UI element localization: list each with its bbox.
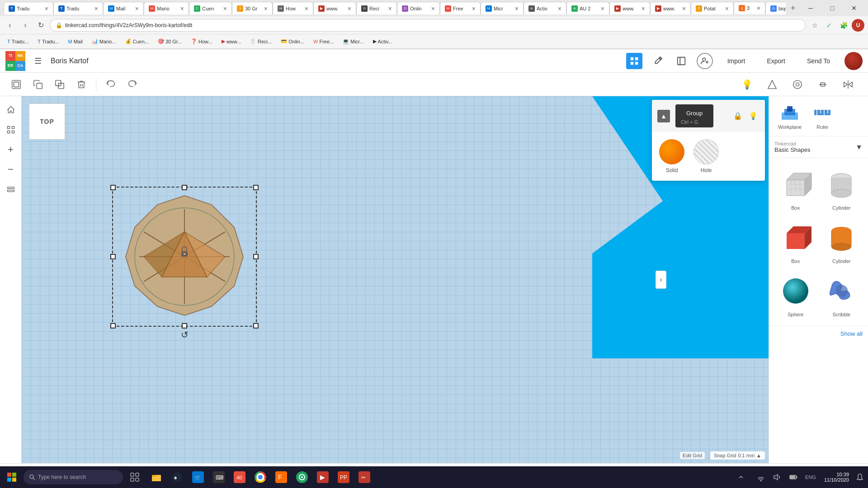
tab-4[interactable]: M Mario × (144, 2, 189, 14)
fit-view-button[interactable] (3, 122, 19, 138)
tab-close-active[interactable]: × (757, 5, 760, 12)
rotate-handle[interactable]: ↺ (181, 329, 189, 340)
home-view-button[interactable] (3, 102, 19, 118)
taskbar-explorer[interactable] (146, 467, 166, 487)
bookmark-3[interactable]: M Mail (64, 36, 86, 47)
tray-volume[interactable] (771, 467, 783, 487)
tab-close[interactable]: × (180, 5, 184, 12)
taskbar-app5[interactable]: 40 (230, 467, 250, 487)
tab-close[interactable]: × (558, 5, 561, 12)
taskbar-search[interactable]: Type here to search (24, 470, 123, 484)
taskbar-time[interactable]: 10:39 11/10/2020 (821, 472, 852, 483)
align-icon[interactable] (814, 75, 832, 94)
add-user-button[interactable] (697, 53, 713, 69)
group-up-button[interactable]: ▲ (657, 110, 670, 122)
tab-close[interactable]: × (223, 5, 227, 12)
tab-close[interactable]: × (725, 5, 729, 12)
undo-button[interactable] (102, 75, 120, 94)
language-indicator[interactable]: ENG (803, 474, 818, 480)
tab-11[interactable]: W Free × (440, 2, 481, 14)
bookmark-9[interactable]: 🍴 Reci... (246, 36, 275, 47)
tray-battery[interactable] (787, 467, 800, 487)
bookmark-2[interactable]: T Tradu... (34, 36, 62, 47)
extensions-icon[interactable]: 🧩 (837, 19, 850, 32)
tab-6[interactable]: 3 30 Gr × (232, 2, 273, 14)
show-all-button[interactable]: Show all (840, 330, 863, 337)
profile-avatar[interactable] (844, 52, 863, 70)
bookmark-12[interactable]: 💻 Micr... (339, 36, 367, 47)
taskbar-app10[interactable]: PP (334, 467, 354, 487)
taskbar-app9[interactable]: ▶ (313, 467, 333, 487)
bookmark-11[interactable]: W Free... (310, 36, 337, 47)
tray-up-arrow[interactable] (731, 467, 751, 487)
new-tab-button[interactable]: + (787, 2, 799, 14)
tab-8[interactable]: ▶ www. × (313, 2, 356, 14)
bookmark-6[interactable]: 🎯 30 Gr... (154, 36, 185, 47)
hole-option[interactable]: Hole (693, 139, 719, 174)
bookmark-star-icon[interactable]: ☆ (808, 19, 821, 32)
ring-icon[interactable] (788, 75, 807, 94)
edit-grid-button[interactable]: Edit Grid (680, 452, 705, 459)
tab-close[interactable]: × (94, 5, 98, 12)
close-button[interactable]: ✕ (844, 0, 864, 16)
lock-icon[interactable]: 🔒 (731, 110, 744, 122)
forward-button[interactable]: › (19, 19, 32, 32)
tab-close[interactable]: × (388, 5, 392, 12)
tab-15[interactable]: ▶ www. × (609, 2, 650, 14)
project-name[interactable]: Boris Kartof (51, 57, 89, 65)
lightbulb-icon[interactable]: 💡 (738, 75, 756, 94)
tab-close[interactable]: × (431, 5, 435, 12)
shape-item-cylinder-orange[interactable]: Cylinder (821, 217, 863, 267)
back-button[interactable]: ‹ (4, 19, 16, 32)
tab-14[interactable]: A AU 2 × (566, 2, 609, 14)
taskbar-chrome[interactable] (250, 467, 270, 487)
bookmark-8[interactable]: ▶ www... (218, 36, 245, 47)
tab-close[interactable]: × (682, 5, 686, 12)
tab-close[interactable]: × (472, 5, 476, 12)
zoom-in-button[interactable]: + (3, 141, 19, 158)
mirror-icon[interactable] (839, 75, 857, 94)
tab-13[interactable]: A Activ × (524, 2, 566, 14)
tab-9[interactable]: G Reci × (356, 2, 397, 14)
bookmark-13[interactable]: ▶ Activ... (369, 36, 396, 47)
tab-17[interactable]: P Potat × (691, 2, 734, 14)
hammer-icon-button[interactable] (650, 53, 666, 69)
ruler-button[interactable]: Ruler (809, 101, 836, 131)
url-bar[interactable]: 🔒 tinkercad.com/things/4V2zArSWy9m-boris… (50, 19, 806, 32)
taskbar-store[interactable]: 🛒 (188, 467, 208, 487)
layers-button[interactable] (3, 181, 19, 197)
solid-option[interactable]: Solid (659, 139, 684, 174)
new-object-button[interactable] (7, 75, 25, 94)
grid-view-button[interactable] (626, 53, 642, 69)
zoom-out-button[interactable]: − (3, 161, 19, 178)
duplicate-button[interactable] (51, 75, 69, 94)
snap-grid-control[interactable]: Snap Grid 0.1 mm ▲ (710, 451, 765, 460)
tab-close[interactable]: × (348, 5, 351, 12)
bookmark-1[interactable]: T Tradu... (4, 36, 32, 47)
taskview-button[interactable] (125, 467, 145, 487)
taskbar-app4[interactable]: ⌨ (209, 467, 229, 487)
bookmark-4[interactable]: 📊 Mario... (88, 36, 120, 47)
shape-outline-icon[interactable] (763, 75, 781, 94)
copy-button[interactable] (29, 75, 47, 94)
tray-network[interactable] (755, 467, 767, 487)
bookmark-5[interactable]: 💰 Cuen... (122, 36, 152, 47)
minimize-button[interactable]: ─ (800, 0, 821, 16)
shape-item-cylinder-wireframe[interactable]: Cylinder (821, 164, 863, 213)
taskbar-app8[interactable] (292, 467, 312, 487)
tab-3[interactable]: M Mail × (103, 2, 144, 14)
start-button[interactable] (0, 466, 24, 488)
snap-grid-chevron[interactable]: ▲ (756, 453, 761, 458)
workplane-button[interactable]: Workplane (774, 101, 805, 131)
tab-close[interactable]: × (642, 5, 645, 12)
shape-item-box-wireframe[interactable]: Box (774, 164, 817, 213)
tab-close[interactable]: × (264, 5, 268, 12)
export-button[interactable]: Export (760, 55, 792, 67)
bookmark-7[interactable]: ❓ How... (187, 36, 216, 47)
tab-close[interactable]: × (601, 5, 604, 12)
canvas-area[interactable]: TOP (22, 96, 769, 463)
taskbar-app7[interactable]: F (271, 467, 291, 487)
shapes-expand-button[interactable]: ▼ (855, 143, 863, 151)
visibility-icon[interactable]: 💡 (747, 110, 760, 122)
tab-close[interactable]: × (135, 5, 139, 12)
